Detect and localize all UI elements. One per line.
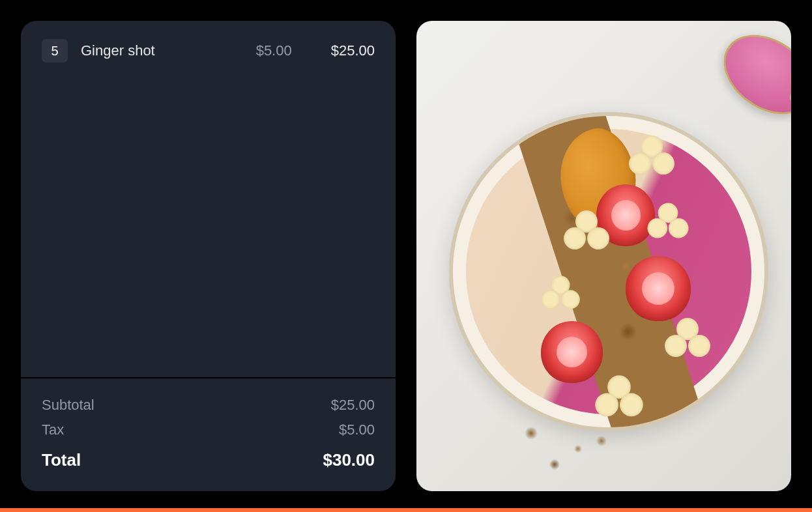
unit-price: $5.00 (256, 42, 292, 59)
line-item[interactable]: 5 Ginger shot $5.00 $25.00 (42, 39, 375, 63)
tax-value: $5.00 (339, 421, 375, 438)
item-name: Ginger shot (81, 42, 243, 59)
subtotal-value: $25.00 (331, 397, 375, 414)
tax-label: Tax (42, 421, 64, 438)
line-total: $25.00 (331, 42, 375, 59)
total-value: $30.00 (323, 450, 375, 470)
granola-crumbs-icon (508, 410, 625, 488)
subtotal-row: Subtotal $25.00 (42, 397, 375, 414)
smoothie-bowl-icon (449, 112, 768, 431)
tax-row: Tax $5.00 (42, 421, 375, 438)
spoon-icon (708, 21, 791, 131)
receipt-panel: 5 Ginger shot $5.00 $25.00 Subtotal $25.… (21, 21, 396, 491)
total-label: Total (42, 450, 81, 470)
total-row: Total $30.00 (42, 450, 375, 470)
receipt-items-list: 5 Ginger shot $5.00 $25.00 (21, 21, 396, 377)
quantity-badge: 5 (42, 39, 68, 63)
accent-bottom-bar (0, 508, 812, 512)
main-container: 5 Ginger shot $5.00 $25.00 Subtotal $25.… (0, 0, 812, 512)
subtotal-label: Subtotal (42, 397, 94, 414)
product-image-panel (416, 21, 791, 491)
receipt-summary: Subtotal $25.00 Tax $5.00 Total $30.00 (21, 377, 396, 491)
